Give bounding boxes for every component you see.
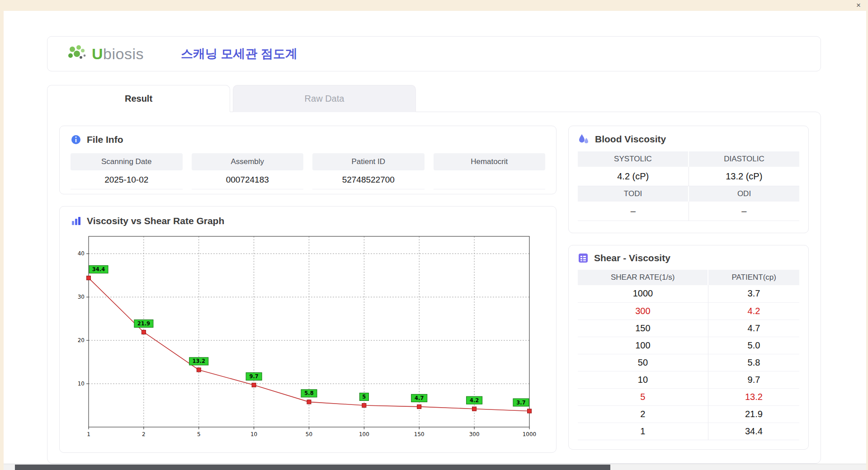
left-column: File Info Scanning Date2025-10-02Assembl… [59, 126, 557, 450]
file-info-field-value: 2025-10-02 [71, 170, 183, 189]
blood-viscosity-value-row: –– [578, 202, 799, 221]
bar-chart-icon [71, 216, 81, 226]
svg-text:5: 5 [197, 431, 201, 437]
content-panel: File Info Scanning Date2025-10-02Assembl… [47, 112, 821, 464]
svg-text:20: 20 [78, 337, 85, 343]
blood-viscosity-value-row: 4.2 (cP)13.2 (cP) [578, 167, 799, 186]
svg-text:300: 300 [469, 431, 480, 437]
shear-viscosity-tbody: 10003.73004.21504.71005.0505.8109.7513.2… [578, 285, 799, 440]
shear-rate-cell: 300 [578, 302, 708, 320]
svg-text:9.7: 9.7 [249, 373, 258, 380]
app-logo: Ubiosis [66, 44, 144, 63]
tab-result[interactable]: Result [47, 85, 230, 112]
svg-text:10: 10 [78, 381, 85, 387]
file-info-field-label: Patient ID [312, 153, 425, 170]
col-header-patient: PATIENT(cp) [708, 270, 799, 285]
tab-bar: Result Raw Data [47, 85, 821, 112]
svg-text:21.9: 21.9 [137, 320, 150, 327]
logo-dots-icon [66, 44, 88, 63]
blood-viscosity-header-cell: ODI [689, 186, 799, 202]
patient-viscosity-cell: 4.2 [708, 302, 799, 320]
shear-rate-cell: 100 [578, 337, 708, 354]
shear-rate-cell: 1 [578, 423, 708, 440]
svg-text:5.8: 5.8 [304, 390, 313, 396]
horizontal-scrollbar [4, 464, 866, 470]
shear-viscosity-title: Shear - Viscosity [594, 253, 670, 263]
svg-text:40: 40 [78, 250, 85, 257]
file-info-field: Hematocrit [434, 153, 546, 189]
svg-text:13.2: 13.2 [193, 358, 205, 364]
file-info-field: Patient ID52748522700 [312, 153, 425, 189]
patient-viscosity-cell: 34.4 [708, 423, 799, 440]
tab-raw-data[interactable]: Raw Data [233, 85, 416, 112]
patient-viscosity-cell: 4.7 [708, 320, 799, 337]
blood-viscosity-card: Blood Viscosity SYSTOLICDIASTOLIC4.2 (cP… [568, 126, 809, 233]
blood-viscosity-value-cell: – [689, 202, 800, 221]
shear-viscosity-table: SHEAR RATE(1/s) PATIENT(cp) 10003.73004.… [578, 270, 799, 440]
shear-rate-cell: 150 [578, 320, 708, 337]
file-info-field: Assembly000724183 [192, 153, 304, 189]
shear-rate-cell: 5 [578, 388, 708, 405]
table-row: 1005.0 [578, 337, 799, 354]
blood-viscosity-title: Blood Viscosity [595, 134, 666, 145]
svg-text:3.7: 3.7 [516, 400, 525, 406]
patient-viscosity-cell: 21.9 [708, 405, 799, 423]
close-icon[interactable]: × [856, 1, 861, 10]
file-info-fields: Scanning Date2025-10-02Assembly000724183… [71, 153, 545, 189]
table-row: 3004.2 [578, 302, 799, 320]
table-grid-icon [578, 253, 589, 263]
page-title: 스캐닝 모세관 점도계 [181, 46, 297, 62]
table-row: 134.4 [578, 423, 799, 440]
patient-viscosity-cell: 5.0 [708, 337, 799, 354]
scrollbar-thumb[interactable] [15, 465, 610, 470]
file-info-field-label: Hematocrit [434, 153, 546, 170]
svg-text:5: 5 [362, 394, 366, 400]
app-header: Ubiosis 스캐닝 모세관 점도계 [47, 36, 821, 71]
file-info-field-value: 52748522700 [312, 170, 425, 189]
table-row: 109.7 [578, 371, 799, 388]
svg-text:4.2: 4.2 [470, 397, 479, 404]
shear-rate-cell: 2 [578, 405, 708, 423]
table-header-row: SHEAR RATE(1/s) PATIENT(cp) [578, 270, 799, 285]
blood-viscosity-value-cell: 13.2 (cP) [689, 167, 800, 186]
droplets-icon [578, 133, 590, 145]
shear-viscosity-title-row: Shear - Viscosity [578, 253, 799, 263]
svg-text:1: 1 [87, 431, 90, 437]
file-info-field-value: 000724183 [192, 170, 304, 189]
table-row: 505.8 [578, 354, 799, 371]
svg-text:150: 150 [414, 431, 425, 437]
svg-text:2: 2 [142, 431, 146, 437]
table-row: 513.2 [578, 388, 799, 405]
svg-text:100: 100 [359, 431, 369, 437]
graph-title: Viscosity vs Shear Rate Graph [87, 216, 224, 226]
main-page: Ubiosis 스캐닝 모세관 점도계 Result Raw Data File… [4, 11, 866, 464]
file-info-field: Scanning Date2025-10-02 [71, 153, 183, 189]
logo-text-accent: U [92, 45, 103, 62]
blood-viscosity-value-cell: 4.2 (cP) [578, 167, 689, 186]
patient-viscosity-cell: 3.7 [708, 285, 799, 302]
patient-viscosity-cell: 5.8 [708, 354, 799, 371]
shear-rate-cell: 50 [578, 354, 708, 371]
right-column: Blood Viscosity SYSTOLICDIASTOLIC4.2 (cP… [568, 126, 809, 450]
file-info-field-label: Scanning Date [71, 153, 183, 170]
svg-text:10: 10 [250, 431, 257, 437]
svg-text:30: 30 [78, 294, 85, 300]
graph-wrap: 102030401251050100150300100034.421.913.2… [71, 233, 545, 443]
blood-viscosity-grid: SYSTOLICDIASTOLIC4.2 (cP)13.2 (cP)TODIOD… [578, 151, 799, 221]
viscosity-chart: 102030401251050100150300100034.421.913.2… [71, 233, 541, 442]
blood-viscosity-header-row: SYSTOLICDIASTOLIC [578, 151, 799, 167]
info-icon [71, 134, 81, 145]
shear-rate-cell: 1000 [578, 285, 708, 302]
blood-viscosity-title-row: Blood Viscosity [578, 133, 799, 145]
svg-text:34.4: 34.4 [92, 266, 105, 273]
blood-viscosity-header-row: TODIODI [578, 186, 799, 202]
blood-viscosity-header-cell: TODI [578, 186, 688, 202]
col-header-shear-rate: SHEAR RATE(1/s) [578, 270, 708, 285]
window-titlebar: × [0, 0, 868, 11]
graph-card: Viscosity vs Shear Rate Graph 1020304012… [59, 206, 557, 453]
file-info-title: File Info [87, 134, 123, 145]
svg-text:1000: 1000 [523, 431, 537, 437]
graph-title-row: Viscosity vs Shear Rate Graph [71, 216, 545, 226]
file-info-title-row: File Info [71, 134, 545, 145]
patient-viscosity-cell: 9.7 [708, 371, 799, 388]
